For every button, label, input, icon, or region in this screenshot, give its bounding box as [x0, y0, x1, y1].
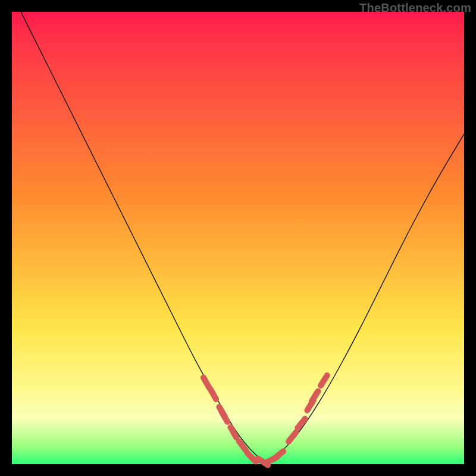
curve-marker	[230, 427, 236, 437]
curve-marker	[203, 378, 209, 388]
curve-marker	[248, 453, 256, 462]
curve-marker	[274, 451, 283, 459]
curve-marker	[312, 392, 318, 402]
curve-marker	[298, 419, 305, 428]
curve-right-branch	[265, 134, 464, 462]
curve-marker	[321, 375, 327, 386]
curve-markers	[203, 375, 327, 465]
bottleneck-curve-svg	[12, 12, 464, 464]
curve-left-branch	[21, 12, 265, 462]
chart-frame: TheBottleneck.com	[0, 0, 476, 476]
curve-marker	[221, 412, 227, 422]
curve-marker	[289, 433, 296, 442]
curve-marker	[210, 389, 216, 399]
